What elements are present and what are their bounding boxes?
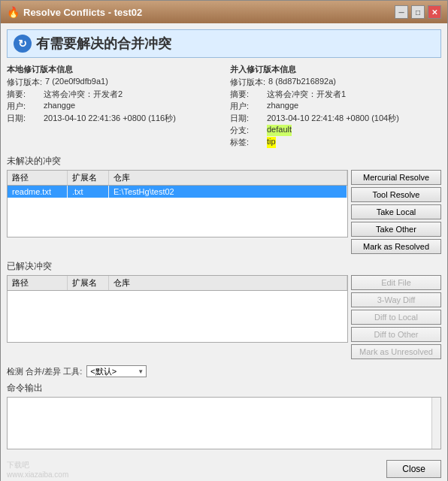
output-label: 命令输出 [7,382,441,395]
info-section: 本地修订版本信息 修订版本: 7 (20e0f9dfb9a1) 摘要: 这将会冲… [7,64,441,149]
resolved-buttons: Edit File 3-Way Diff Diff to Local Diff … [351,275,441,359]
title-close-button[interactable]: ✕ [428,5,441,19]
merge-branch-value: default [267,125,292,136]
merge-revision-label: 修订版本: [230,77,265,88]
merge-info-col: 并入修订版本信息 修订版本: 8 (8d87b216892a) 摘要: 这将会冲… [230,64,441,149]
output-box [7,397,441,449]
merge-summary-value: 这将会冲突：开发者1 [267,89,346,100]
local-date-value: 2013-04-10 22:41:36 +0800 (116秒) [44,113,176,124]
table-row[interactable]: readme.txt .txt E:\TestHg\test02 [8,186,347,198]
tool-resolve-button[interactable]: Tool Resolve [351,187,441,202]
diff-to-other-button[interactable]: Diff to Other [351,327,441,342]
toolbar-detect-label: 检测 合并/差异 工具: [7,366,82,377]
merge-revision-row: 修订版本: 8 (8d87b216892a) [230,77,441,88]
footer: 下载吧www.xiazaiba.com Close [7,455,441,481]
diff-to-local-button[interactable]: Diff to Local [351,310,441,325]
resolved-table[interactable]: 路径 扩展名 仓库 [7,275,348,343]
unresolved-table-area: 路径 扩展名 仓库 readme.txt .txt E:\TestHg\test… [7,170,441,254]
merge-branch-row: 分支: default [230,125,441,136]
header-title: 有需要解决的合并冲突 [36,35,171,53]
mercurial-resolve-button[interactable]: Mercurial Resolve [351,170,441,185]
mark-resolved-button[interactable]: Mark as Resolved [351,239,441,254]
merge-branch-label: 分支: [230,125,264,136]
merge-summary-label: 摘要: [230,89,264,100]
output-section: 命令输出 [7,382,441,449]
local-summary-label: 摘要: [7,89,41,100]
resolved-table-area: 路径 扩展名 仓库 Edit File 3-Way Diff Diff to L… [7,275,441,359]
title-bar-controls: ─ □ ✕ [395,5,441,19]
merge-user-value: zhangge [267,101,298,112]
merge-date-value: 2013-04-10 22:41:48 +0800 (104秒) [267,113,399,124]
merge-summary-row: 摘要: 这将会冲突：开发者1 [230,89,441,100]
resolved-col-repo: 仓库 [109,276,347,290]
toolbar-section: 检测 合并/差异 工具: <默认> [7,365,441,377]
mark-unresolved-button[interactable]: Mark as Unresolved [351,344,441,359]
unresolved-col-repo: 仓库 [109,171,347,185]
merge-date-row: 日期: 2013-04-10 22:41:48 +0800 (104秒) [230,113,441,124]
watermark: 下载吧www.xiazaiba.com [7,460,382,479]
local-revision-row: 修订版本: 7 (20e0f9dfb9a1) [7,77,218,88]
header-banner: ↻ 有需要解决的合并冲突 [7,29,441,58]
take-other-button[interactable]: Take Other [351,222,441,237]
unresolved-col-ext: 扩展名 [68,171,109,185]
unresolved-table-header: 路径 扩展名 仓库 [8,171,347,186]
three-way-diff-button[interactable]: 3-Way Diff [351,292,441,307]
window-title: Resolve Conflicts - test02 [23,7,142,18]
minimize-button[interactable]: ─ [395,5,408,19]
unresolved-row-repo: E:\TestHg\test02 [109,186,347,198]
local-summary-row: 摘要: 这将会冲突：开发者2 [7,89,218,100]
local-revision-label: 修订版本: [7,77,42,88]
merge-revision-value: 8 (8d87b216892a) [268,77,336,88]
close-button[interactable]: Close [386,460,441,478]
unresolved-row-ext: .txt [68,186,109,198]
edit-file-button[interactable]: Edit File [351,275,441,290]
tool-select[interactable]: <默认> [86,365,147,377]
tool-select-wrapper: <默认> [86,365,147,377]
unresolved-buttons: Mercurial Resolve Tool Resolve Take Loca… [351,170,441,254]
unresolved-row-path: readme.txt [8,186,68,198]
local-user-row: 用户: zhangge [7,101,218,112]
merge-tag-value: tip [267,137,276,148]
title-bar: 🔥 Resolve Conflicts - test02 ─ □ ✕ [1,1,447,23]
resolved-section-label: 已解决冲突 [7,260,441,273]
local-date-row: 日期: 2013-04-10 22:41:36 +0800 (116秒) [7,113,218,124]
scrollbar[interactable] [431,398,440,449]
unresolved-table[interactable]: 路径 扩展名 仓库 readme.txt .txt E:\TestHg\test… [7,170,348,237]
unresolved-col-path: 路径 [8,171,68,185]
local-date-label: 日期: [7,113,41,124]
unresolved-section-label: 未解决的冲突 [7,155,441,168]
resolved-col-path: 路径 [8,276,68,290]
local-summary-value: 这将会冲突：开发者2 [44,89,123,100]
main-window: 🔥 Resolve Conflicts - test02 ─ □ ✕ ↻ 有需要… [0,0,448,481]
resolved-table-header: 路径 扩展名 仓库 [8,276,347,291]
maximize-button[interactable]: □ [411,5,425,19]
local-revision-value: 7 (20e0f9dfb9a1) [45,77,108,88]
resolved-section: 已解决冲突 路径 扩展名 仓库 Edit File 3-Way Diff Dif… [7,260,441,359]
merge-tag-label: 标签: [230,137,264,148]
content-area: ↻ 有需要解决的合并冲突 本地修订版本信息 修订版本: 7 (20e0f9dfb… [1,23,447,481]
refresh-icon: ↻ [14,35,32,53]
local-user-value: zhangge [44,101,75,112]
merge-date-label: 日期: [230,113,264,124]
merge-user-row: 用户: zhangge [230,101,441,112]
merge-tag-row: 标签: tip [230,137,441,148]
take-local-button[interactable]: Take Local [351,204,441,219]
merge-user-label: 用户: [230,101,264,112]
merge-info-title: 并入修订版本信息 [230,64,441,75]
local-info-title: 本地修订版本信息 [7,64,218,75]
resolved-col-ext: 扩展名 [68,276,109,290]
local-info-col: 本地修订版本信息 修订版本: 7 (20e0f9dfb9a1) 摘要: 这将会冲… [7,64,218,149]
title-icon: 🔥 [7,6,19,18]
local-user-label: 用户: [7,101,41,112]
